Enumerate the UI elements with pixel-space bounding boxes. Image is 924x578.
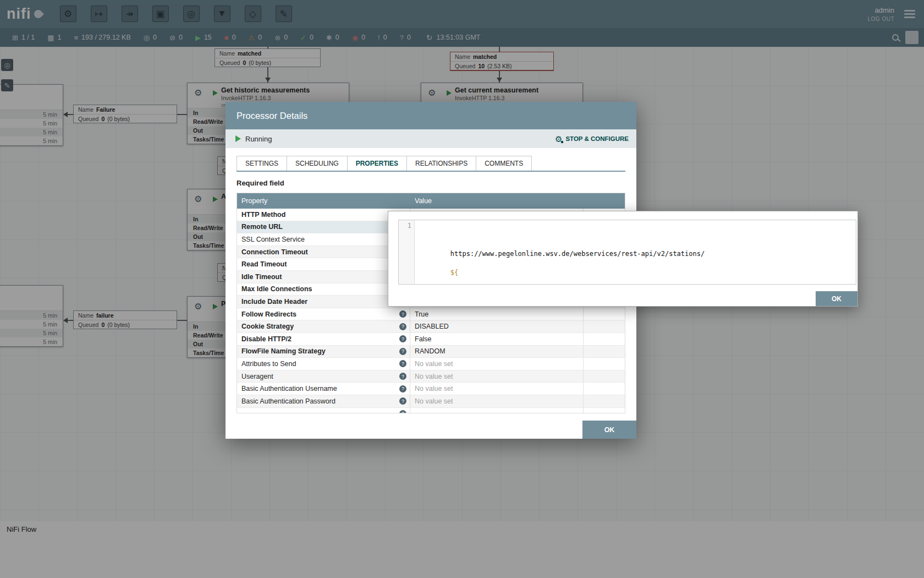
- property-value: RANDOM: [415, 347, 446, 355]
- value-editor[interactable]: 1 https://www.pegelonline.wsv.de/webserv…: [398, 220, 856, 285]
- filler-cell: [584, 320, 625, 332]
- properties-table-header: Property Value: [237, 193, 625, 209]
- help-icon[interactable]: ?: [399, 348, 406, 355]
- filler-cell: [584, 333, 625, 345]
- property-value: False: [415, 335, 432, 343]
- value-cell[interactable]: No value set: [410, 383, 584, 395]
- filler-cell: [584, 395, 625, 407]
- property-name: Cookie Strategy: [241, 323, 294, 330]
- property-name: Follow Redirects: [241, 310, 296, 318]
- property-name: Read Timeout: [241, 260, 287, 268]
- dialog-header: Processor Details: [226, 102, 636, 129]
- property-row[interactable]: Basic Authentication Password ? No value…: [237, 395, 625, 408]
- dialog-tab[interactable]: RELATIONSHIPS: [406, 156, 476, 171]
- stop-configure-icon: ⚙: [555, 135, 562, 143]
- property-row[interactable]: Disable HTTP/2 ? False: [237, 333, 625, 346]
- property-name: HTTP Method: [241, 211, 285, 219]
- property-row[interactable]: ?: [237, 408, 625, 413]
- property-value: No value set: [415, 385, 453, 392]
- property-cell: Connection Timeout ?: [237, 246, 410, 258]
- code-segment: https://www.pegelonline.wsv.de/webservic…: [450, 250, 705, 258]
- property-row[interactable]: Useragent ? No value set: [237, 370, 625, 383]
- property-cell: Read Timeout ?: [237, 258, 410, 270]
- property-cell: Follow Redirects ?: [237, 308, 410, 320]
- property-name: Remote URL: [241, 223, 283, 231]
- property-cell: HTTP Method ?: [237, 209, 410, 221]
- stop-and-configure-button[interactable]: ⚙ STOP & CONFIGURE: [555, 135, 629, 143]
- help-icon[interactable]: ?: [399, 360, 406, 367]
- property-cell: Basic Authentication Password ?: [237, 395, 410, 407]
- ok-button[interactable]: OK: [582, 421, 636, 439]
- property-name: Max Idle Connections: [241, 285, 312, 293]
- dialog-title: Processor Details: [237, 111, 307, 121]
- editor-code[interactable]: https://www.pegelonline.wsv.de/webservic…: [415, 220, 856, 284]
- value-editor-popup: 1 https://www.pegelonline.wsv.de/webserv…: [388, 211, 858, 307]
- property-value: No value set: [415, 397, 453, 405]
- dialog-tab[interactable]: SCHEDULING: [287, 156, 348, 171]
- stop-configure-label: STOP & CONFIGURE: [565, 135, 629, 142]
- help-icon[interactable]: ?: [399, 385, 406, 392]
- property-cell: Disable HTTP/2 ?: [237, 333, 410, 345]
- value-column-header: Value: [410, 197, 584, 205]
- line-number: 1: [399, 220, 415, 284]
- value-cell[interactable]: No value set: [410, 358, 584, 370]
- help-icon[interactable]: ?: [399, 373, 406, 380]
- value-cell[interactable]: No value set: [410, 395, 584, 407]
- help-icon[interactable]: ?: [399, 335, 406, 342]
- stop-badge: [560, 140, 564, 144]
- code-segment: ${: [450, 269, 458, 276]
- property-name: Basic Authentication Username: [241, 385, 337, 392]
- property-value: No value set: [415, 360, 453, 368]
- value-cell[interactable]: [410, 408, 584, 413]
- help-icon[interactable]: ?: [399, 397, 406, 405]
- dialog-tab[interactable]: COMMENTS: [476, 156, 532, 171]
- property-cell: Attributes to Send ?: [237, 358, 410, 370]
- value-cell[interactable]: No value set: [410, 370, 584, 383]
- filler-cell: [584, 346, 625, 358]
- running-status-icon: [235, 135, 241, 142]
- property-cell: Cookie Strategy ?: [237, 320, 410, 332]
- property-row[interactable]: Basic Authentication Username ? No value…: [237, 383, 625, 395]
- value-cell[interactable]: DISABLED: [410, 320, 584, 332]
- value-cell[interactable]: False: [410, 333, 584, 345]
- property-row[interactable]: Follow Redirects ? True: [237, 308, 625, 321]
- value-cell[interactable]: True: [410, 308, 584, 320]
- property-row[interactable]: Cookie Strategy ? DISABLED: [237, 320, 625, 333]
- help-icon[interactable]: ?: [399, 323, 406, 330]
- filler-cell: [584, 408, 625, 413]
- property-value: DISABLED: [415, 323, 449, 330]
- value-cell[interactable]: RANDOM: [410, 346, 584, 358]
- help-icon[interactable]: ?: [399, 310, 406, 318]
- property-row[interactable]: Attributes to Send ? No value set: [237, 358, 625, 370]
- property-cell: Basic Authentication Username ?: [237, 383, 410, 395]
- editor-ok-button[interactable]: OK: [816, 291, 857, 306]
- property-name: Disable HTTP/2: [241, 335, 292, 343]
- property-cell: SSL Context Service ?: [237, 233, 410, 246]
- property-name: Attributes to Send: [241, 360, 296, 368]
- property-value: No value set: [415, 373, 453, 380]
- property-name: Connection Timeout: [241, 248, 308, 256]
- property-row[interactable]: FlowFile Naming Strategy ? RANDOM: [237, 346, 625, 358]
- run-status-text: Running: [245, 135, 272, 143]
- property-name: FlowFile Naming Strategy: [241, 347, 326, 355]
- property-name: Idle Timeout: [241, 273, 282, 281]
- property-name: Basic Authentication Password: [241, 397, 336, 405]
- help-icon[interactable]: ?: [399, 410, 406, 413]
- filler-cell: [584, 358, 625, 370]
- dialog-status-bar: Running ⚙ STOP & CONFIGURE: [226, 129, 636, 148]
- filler-cell: [584, 308, 625, 320]
- property-name: Useragent: [241, 373, 273, 380]
- property-name: SSL Context Service: [241, 236, 305, 243]
- property-cell: Max Idle Connections ?: [237, 283, 410, 296]
- filler-cell: [584, 370, 625, 383]
- property-cell: Include Date Header ?: [237, 296, 410, 308]
- property-cell: Idle Timeout ?: [237, 271, 410, 283]
- required-field-label: Required field: [237, 179, 625, 187]
- property-cell: Remote URL ?: [237, 221, 410, 233]
- dialog-tab[interactable]: PROPERTIES: [347, 156, 407, 171]
- property-cell: FlowFile Naming Strategy ?: [237, 346, 410, 358]
- property-cell: ?: [237, 408, 410, 413]
- property-value: True: [415, 310, 428, 318]
- filler-cell: [584, 383, 625, 395]
- dialog-tab[interactable]: SETTINGS: [237, 156, 287, 171]
